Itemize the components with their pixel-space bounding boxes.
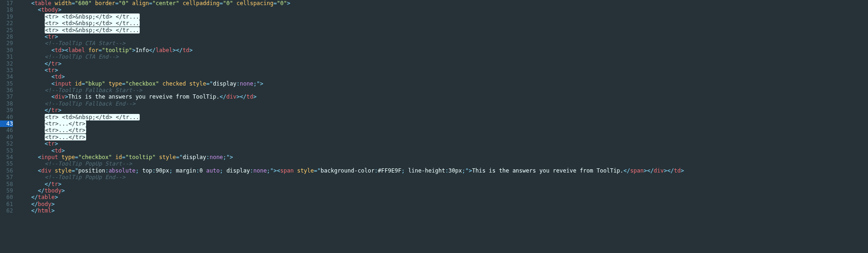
- code-line[interactable]: <tr>...</tr>: [18, 127, 868, 133]
- line-number[interactable]: 17: [0, 0, 13, 7]
- line-number[interactable]: 62: [0, 207, 13, 214]
- line-number[interactable]: 56: [0, 167, 13, 174]
- line-number[interactable]: 43: [0, 120, 13, 127]
- line-number[interactable]: 25: [0, 27, 13, 33]
- code-line[interactable]: </tr>: [18, 60, 868, 67]
- code-line[interactable]: <tr>...</tr>: [18, 120, 868, 127]
- line-number[interactable]: 59: [0, 187, 13, 194]
- code-line[interactable]: <tr>: [18, 33, 868, 40]
- line-number[interactable]: 61: [0, 201, 13, 207]
- fold-marker[interactable]: <tr>...</tr>: [45, 127, 86, 133]
- line-number[interactable]: 19: [0, 13, 13, 20]
- line-number[interactable]: 55: [0, 160, 13, 167]
- code-line[interactable]: <!--ToolTip PopUp Start-->: [18, 160, 868, 167]
- line-number-gutter[interactable]: 1718192225282930313233343536373839404346…: [0, 0, 18, 214]
- code-line[interactable]: <tr> <td>&nbsp;</td> </tr...: [18, 20, 868, 27]
- line-number[interactable]: 32: [0, 60, 13, 67]
- line-number[interactable]: 36: [0, 87, 13, 93]
- code-line[interactable]: <!--ToolTip CTA End-->: [18, 53, 868, 60]
- code-line[interactable]: </html>: [18, 207, 868, 214]
- code-line[interactable]: <td>: [18, 147, 868, 154]
- code-line[interactable]: <tr>: [18, 67, 868, 73]
- code-line[interactable]: <table width="600" border="0" align="cen…: [18, 0, 868, 7]
- code-line[interactable]: <input id="bkup" type="checkbox" checked…: [18, 80, 868, 87]
- fold-marker[interactable]: <tr>...</tr>: [45, 120, 86, 127]
- line-number[interactable]: 38: [0, 100, 13, 107]
- code-line[interactable]: <tr>...</tr>: [18, 134, 868, 140]
- fold-marker[interactable]: <tr> <td>&nbsp;</td> </tr...: [45, 27, 140, 33]
- line-number[interactable]: 28: [0, 33, 13, 40]
- code-editor[interactable]: 1718192225282930313233343536373839404346…: [0, 0, 868, 214]
- code-line[interactable]: <tr>: [18, 140, 868, 147]
- code-line[interactable]: </body>: [18, 201, 868, 207]
- code-line[interactable]: <!--ToolTip CTA Start-->: [18, 40, 868, 47]
- line-number[interactable]: 49: [0, 134, 13, 140]
- line-number[interactable]: 33: [0, 67, 13, 73]
- code-line[interactable]: </tr>: [18, 181, 868, 187]
- line-number[interactable]: 54: [0, 154, 13, 160]
- line-number[interactable]: 60: [0, 194, 13, 200]
- line-number[interactable]: 53: [0, 147, 13, 154]
- code-line[interactable]: <div>This is the answers you reveive fro…: [18, 93, 868, 100]
- line-number[interactable]: 30: [0, 47, 13, 53]
- code-line[interactable]: </tbody>: [18, 187, 868, 194]
- line-number[interactable]: 46: [0, 127, 13, 133]
- code-area[interactable]: <table width="600" border="0" align="cen…: [18, 0, 868, 214]
- fold-marker[interactable]: <tr>...</tr>: [45, 134, 86, 140]
- code-line[interactable]: <tbody>: [18, 7, 868, 13]
- code-line[interactable]: <!--ToolTip PopUp End-->: [18, 174, 868, 180]
- line-number[interactable]: 37: [0, 93, 13, 100]
- fold-marker[interactable]: <tr> <td>&nbsp;</td> </tr...: [45, 114, 140, 120]
- code-line[interactable]: <td>: [18, 73, 868, 80]
- line-number[interactable]: 58: [0, 181, 13, 187]
- code-line[interactable]: <td><label for="tooltip">Info</label></t…: [18, 47, 868, 53]
- line-number[interactable]: 18: [0, 7, 13, 13]
- line-number[interactable]: 57: [0, 174, 13, 180]
- code-line[interactable]: </table>: [18, 194, 868, 200]
- code-line[interactable]: <input type="checkbox" id="tooltip" styl…: [18, 154, 868, 160]
- line-number[interactable]: 29: [0, 40, 13, 47]
- code-line[interactable]: </tr>: [18, 107, 868, 113]
- fold-marker[interactable]: <tr> <td>&nbsp;</td> </tr...: [45, 20, 140, 27]
- line-number[interactable]: 40: [0, 114, 13, 120]
- code-line[interactable]: <tr> <td>&nbsp;</td> </tr...: [18, 27, 868, 33]
- fold-marker[interactable]: <tr> <td>&nbsp;</td> </tr...: [45, 13, 140, 20]
- line-number[interactable]: 34: [0, 73, 13, 80]
- code-line[interactable]: <tr> <td>&nbsp;</td> </tr...: [18, 114, 868, 120]
- code-line[interactable]: <div style="position:absolute; top:90px;…: [18, 167, 868, 174]
- code-line[interactable]: <tr> <td>&nbsp;</td> </tr...: [18, 13, 868, 20]
- code-line[interactable]: <!--ToolTip Fallback Start-->: [18, 87, 868, 93]
- line-number[interactable]: 35: [0, 80, 13, 87]
- code-line[interactable]: <!--ToolTip Fallback End-->: [18, 100, 868, 107]
- line-number[interactable]: 39: [0, 107, 13, 113]
- line-number[interactable]: 31: [0, 53, 13, 60]
- line-number[interactable]: 22: [0, 20, 13, 27]
- line-number[interactable]: 52: [0, 140, 13, 147]
